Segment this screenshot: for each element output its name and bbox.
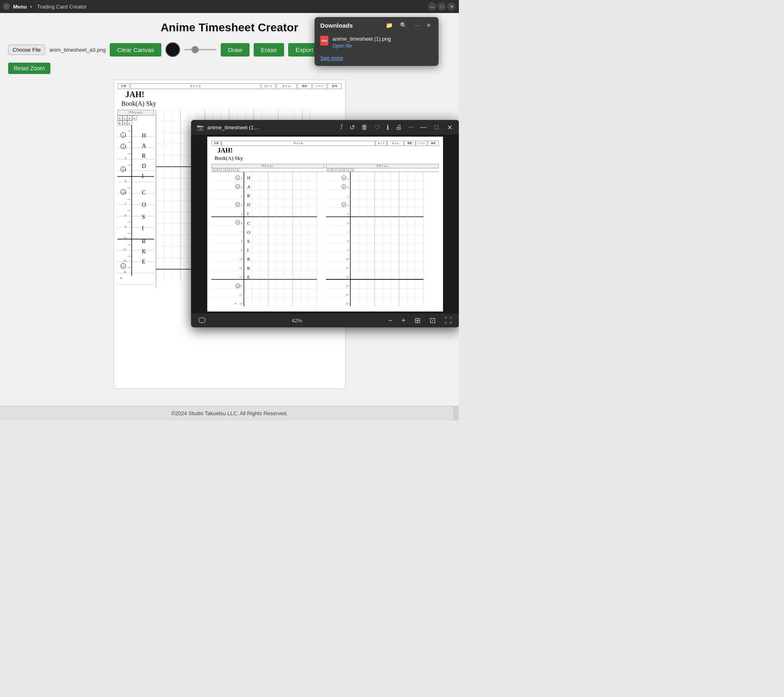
svg-text:14: 14 [346,294,349,296]
maximize-button[interactable]: □ [438,2,446,11]
svg-text:2: 2 [347,186,349,189]
downloads-more-icon[interactable]: ··· [413,21,421,29]
svg-text:12: 12 [123,259,126,262]
viewer-toolbar-icons: ⤴ ↺ 🗑 ♡ ℹ 🖨 ··· [338,123,415,132]
svg-text:8: 8 [125,214,126,217]
app-icon [3,3,10,10]
choose-file-button[interactable]: Choose File [8,45,45,55]
svg-text:O: O [142,202,146,208]
svg-text:R: R [247,257,250,261]
svg-text:1: 1 [237,177,239,179]
menu-button[interactable]: Menu [13,4,27,10]
viewer-heart-icon[interactable]: ♡ [373,123,382,132]
svg-text:K: K [247,266,250,270]
file-type-icon: PNG [320,36,328,46]
svg-text:7: 7 [241,231,243,233]
svg-text:2: 2 [122,146,124,148]
viewer-monitor-icon[interactable]: 🖵 [196,316,208,325]
downloads-close-icon[interactable]: ✕ [425,21,433,29]
svg-text:13: 13 [239,285,242,287]
close-button[interactable]: ✕ [447,2,456,11]
erase-button[interactable]: Erase [254,43,284,57]
svg-text:12: 12 [346,276,349,278]
viewer-titlebar: 📷 anime_timesheet (1.... ⤴ ↺ 🗑 ♡ ℹ 🖨 ···… [191,120,459,135]
viewer-zoom-out-button[interactable]: − [386,316,395,325]
svg-text:3: 3 [125,157,126,160]
viewer-close-button[interactable]: ✕ [445,122,454,132]
viewer-delete-icon[interactable]: 🗑 [360,123,369,132]
open-file-link[interactable]: Open file [332,43,352,49]
viewer-print-icon[interactable]: 🖨 [394,123,404,132]
viewer-slideshow-button[interactable]: ⊡ [427,316,438,325]
svg-text:4: 4 [237,222,239,224]
svg-text:3: 3 [343,204,345,206]
svg-text:11: 11 [239,267,242,269]
svg-text:I: I [247,248,249,253]
svg-text:1: 1 [347,177,349,180]
color-swatch[interactable] [165,42,180,57]
svg-text:3: 3 [347,195,349,198]
footer-copyright: ©2024 Studio Takuetsu LLC. All Rights Re… [171,410,287,416]
canvas-text-jah: JAH! [126,90,342,99]
svg-text:I: I [247,211,249,216]
viewer-zoom-in-button[interactable]: + [399,316,408,325]
svg-text:H: H [247,175,250,180]
downloads-title: Downloads [320,22,380,29]
svg-text:13: 13 [123,271,126,274]
svg-text:E: E [247,274,250,279]
viewer-filename: anime_timesheet (1.... [207,124,335,131]
svg-text:1: 1 [122,134,124,137]
menu-chevron-icon: ▾ [30,4,32,9]
svg-text:2: 2 [237,186,239,188]
window-title: Trading Card Creator [37,4,87,10]
svg-text:3: 3 [237,204,239,206]
svg-text:7: 7 [125,203,126,205]
svg-text:11: 11 [123,248,126,251]
window-controls: — □ ✕ [428,2,456,11]
svg-text:A: A [247,184,250,189]
svg-text:5: 5 [237,285,239,288]
svg-text:15: 15 [346,303,349,305]
downloads-popup: Downloads 📁 🔍 ··· ✕ PNG anime_timesheet … [315,17,439,66]
viewer-sheet: 目番 タイトル カット タイム 番数 シート 備考 JAH! Book(A) S… [207,137,443,311]
svg-text:O: O [247,230,250,235]
viewer-text-book: Book(A) Sky [215,155,439,161]
clear-canvas-button[interactable]: Clear Canvas [110,43,161,57]
svg-text:D: D [142,163,146,169]
svg-text:10: 10 [346,258,349,260]
viewer-info-icon[interactable]: ℹ [385,123,391,132]
viewer-share-icon[interactable]: ⤴ [338,123,345,132]
svg-text:5: 5 [241,213,243,216]
file-name-label: anim_timesheet_a3.png [49,47,106,53]
svg-text:3: 3 [122,168,124,171]
svg-text:2: 2 [241,186,243,189]
footer: ©2024 Studio Takuetsu LLC. All Rights Re… [0,406,459,420]
downloads-search-icon[interactable]: 🔍 [398,21,408,29]
svg-text:10: 10 [239,258,242,260]
viewer-rotate-icon[interactable]: ↺ [348,123,356,132]
reset-zoom-button[interactable]: Reset Zoom [8,63,50,74]
svg-text:9: 9 [125,225,126,228]
svg-text:14: 14 [239,294,242,296]
see-more-link[interactable]: See more [315,52,439,66]
svg-text:4: 4 [347,204,349,207]
viewer-fit-screen-button[interactable]: ⊞ [412,316,423,325]
minimize-button[interactable]: — [428,2,436,11]
viewer-expand-button[interactable]: ⛶ [442,316,454,325]
draw-button[interactable]: Draw [221,43,250,57]
svg-text:5: 5 [125,180,126,183]
viewer-bottom-bar: 🖵 42% − + ⊞ ⊡ ⛶ [191,314,459,327]
viewer-minimize-button[interactable]: — [419,122,428,132]
viewer-zoom-level: 42% [212,318,382,324]
brush-size-slider[interactable] [184,49,217,50]
svg-text:x: x [235,302,236,305]
downloads-header: Downloads 📁 🔍 ··· ✕ [315,17,439,33]
downloads-folder-icon[interactable]: 📁 [384,21,394,29]
viewer-maximize-button[interactable]: □ [432,122,441,132]
viewer-more-icon[interactable]: ··· [407,123,415,132]
brush-size-slider-container [184,49,217,50]
svg-text:R: R [142,153,146,159]
svg-text:5: 5 [347,213,349,216]
svg-text:11: 11 [346,267,349,269]
download-file-info: anime_timesheet (1).png Open file [332,36,433,49]
